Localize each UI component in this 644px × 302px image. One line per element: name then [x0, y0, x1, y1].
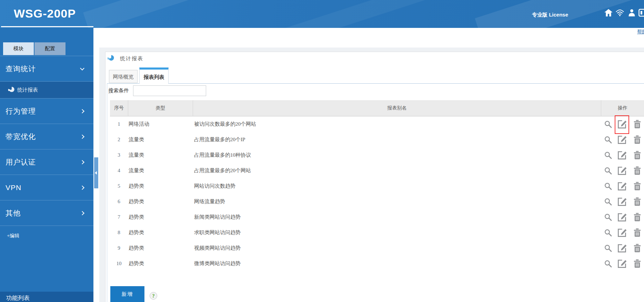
edit-icon[interactable]: [617, 258, 627, 269]
tab-modules[interactable]: 模块: [3, 42, 34, 55]
sidebar-menu-item[interactable]: VPN: [0, 175, 93, 200]
edit-icon[interactable]: [617, 165, 627, 176]
edit-icon[interactable]: [617, 227, 627, 238]
row-type-cell: 趋势类: [128, 240, 193, 256]
tab-config[interactable]: 配置: [34, 42, 66, 55]
view-icon[interactable]: [604, 151, 613, 160]
help-badge-icon[interactable]: ?: [150, 292, 157, 300]
delete-icon[interactable]: [633, 212, 642, 222]
row-index-cell: 7: [110, 209, 128, 225]
delete-icon[interactable]: [633, 150, 642, 160]
pie-chart-icon: [7, 86, 15, 93]
wifi-icon[interactable]: [616, 8, 624, 17]
table-row: 6 趋势类 网络流量趋势: [110, 194, 644, 209]
delete-icon[interactable]: [633, 197, 642, 206]
col-header-index: 序号: [110, 100, 128, 116]
table-row: 7 趋势类 新闻类网站访问趋势: [110, 209, 644, 225]
sidebar-item-label: 行为管理: [6, 106, 36, 116]
delete-icon[interactable]: [633, 119, 642, 129]
row-index-cell: 3: [110, 147, 128, 163]
row-name-cell: 求职类网站访问趋势: [193, 225, 601, 240]
delete-icon[interactable]: [633, 181, 642, 191]
collapse-arrow-icon: [95, 171, 97, 175]
delete-icon[interactable]: [633, 259, 642, 268]
chevron-icon: [80, 109, 84, 113]
row-actions-cell: [601, 225, 644, 240]
table-row: 9 趋势类 视频类网站访问趋势: [110, 240, 644, 256]
view-icon[interactable]: [604, 244, 613, 253]
row-type-cell: 网络活动: [128, 116, 193, 132]
sidebar-footer[interactable]: 功能列表: [0, 292, 93, 302]
edit-icon[interactable]: [617, 150, 627, 160]
row-index-cell: 6: [110, 194, 128, 209]
sidebar-collapse-handle[interactable]: [94, 157, 98, 188]
tab-network-overview[interactable]: 网络概览: [109, 70, 138, 83]
row-type-cell: 趋势类: [128, 178, 193, 194]
delete-icon[interactable]: [633, 166, 642, 175]
view-icon[interactable]: [604, 213, 613, 222]
chevron-icon: [80, 66, 84, 70]
table-row: 8 趋势类 求职类网站访问趋势: [110, 225, 644, 240]
row-actions-cell: [601, 147, 644, 163]
header-texture: [264, 0, 439, 28]
row-index-cell: 5: [110, 178, 128, 194]
search-label: 搜索条件: [108, 87, 129, 94]
screen-icon[interactable]: [638, 8, 644, 17]
sidebar: 模块 配置 查询统计 统计报表 行为管理 带宽优化 用户认证 VPN 其他: [0, 28, 93, 302]
sidebar-menu-item[interactable]: 带宽优化: [0, 124, 93, 149]
sidebar-menu-item[interactable]: 查询统计: [0, 56, 93, 82]
table-body: 1 网络活动 被访问次数最多的20个网站: [110, 116, 644, 271]
row-name-cell: 新闻类网站访问趋势: [193, 209, 601, 225]
chevron-icon: [80, 211, 84, 215]
delete-icon[interactable]: [633, 135, 642, 144]
edit-icon[interactable]: [617, 196, 627, 207]
row-name-cell: 占用流量最多的20个网站: [193, 163, 601, 178]
chevron-icon: [80, 134, 84, 139]
report-panel: 统计报表 网络概览 报表列表 搜索条件 序号 类型 报表别名 操作 1 网络活动…: [105, 52, 644, 302]
delete-icon[interactable]: [633, 243, 642, 253]
panel-title: 统计报表: [120, 55, 143, 62]
row-name-cell: 视频类网站访问趋势: [193, 240, 601, 256]
row-type-cell: 趋势类: [128, 194, 193, 209]
tab-content-border: [107, 83, 107, 302]
user-icon[interactable]: [628, 8, 635, 17]
edit-icon[interactable]: [617, 243, 627, 253]
edit-icon[interactable]: [617, 181, 627, 191]
row-type-cell: 流量类: [128, 163, 193, 178]
view-icon[interactable]: [604, 182, 613, 191]
sidebar-menu-item[interactable]: 其他: [0, 200, 93, 226]
delete-icon[interactable]: [633, 228, 642, 237]
home-icon[interactable]: [604, 8, 613, 17]
row-actions-cell: [601, 256, 644, 271]
view-icon[interactable]: [604, 228, 613, 237]
table-row: 1 网络活动 被访问次数最多的20个网站: [110, 116, 644, 132]
edit-icon[interactable]: [617, 119, 627, 129]
logo-underline: [1, 26, 93, 27]
view-icon[interactable]: [604, 197, 613, 206]
search-input[interactable]: [133, 85, 206, 96]
view-icon[interactable]: [604, 166, 613, 175]
sidebar-tabs: 模块 配置: [0, 42, 93, 55]
sidebar-item-label: VPN: [6, 184, 21, 192]
sidebar-edit-link[interactable]: +编辑: [7, 233, 19, 239]
edit-icon[interactable]: [617, 212, 627, 222]
help-link[interactable]: 帮助: [637, 29, 644, 36]
view-icon[interactable]: [604, 135, 613, 144]
row-type-cell: 趋势类: [128, 209, 193, 225]
row-index-cell: 2: [110, 132, 128, 147]
sidebar-submenu-item[interactable]: 统计报表: [0, 82, 93, 98]
report-table: 序号 类型 报表别名 操作 1 网络活动 被访问次数最多的20个网站: [110, 100, 644, 271]
edit-icon[interactable]: [617, 134, 627, 145]
view-icon[interactable]: [604, 259, 613, 268]
view-icon[interactable]: [604, 120, 613, 129]
add-button[interactable]: 新增: [110, 286, 144, 302]
row-index-cell: 1: [110, 116, 128, 132]
row-type-cell: 流量类: [128, 147, 193, 163]
sidebar-menu-item[interactable]: 行为管理: [0, 98, 93, 124]
page: WSG-200P 专业版 License: [0, 0, 644, 302]
sidebar-menu-item[interactable]: 用户认证: [0, 149, 93, 175]
row-name-cell: 网站访问次数趋势: [193, 178, 601, 194]
row-actions-cell: [601, 194, 644, 209]
sidebar-menu: 查询统计 统计报表 行为管理 带宽优化 用户认证 VPN 其他: [0, 56, 93, 226]
tab-report-list[interactable]: 报表列表: [139, 67, 169, 84]
